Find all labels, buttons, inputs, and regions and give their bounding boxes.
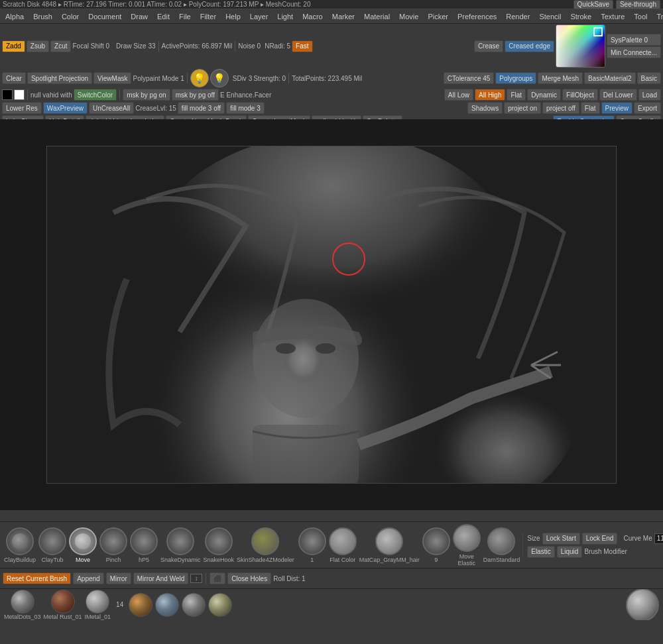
viewmask-button[interactable]: ViewMask [93, 72, 131, 84]
brush-icon-damstandard[interactable] [487, 527, 515, 555]
brush-item-claytub[interactable]: ClayTub [38, 527, 66, 563]
all-high-button[interactable]: All High [475, 89, 505, 101]
menu-macro[interactable]: Macro [298, 11, 327, 22]
uncrease-all-button[interactable]: UnCreaseAll [89, 102, 134, 114]
brush-icon-moveelastic[interactable] [453, 524, 481, 552]
shadows-button[interactable]: Shadows [467, 102, 503, 114]
brush-item-matcap[interactable]: MatCap_GrayMM_hair [359, 527, 420, 563]
menu-brush[interactable]: Brush [29, 11, 56, 22]
fill-mode-button[interactable]: fill mode 3 [226, 102, 265, 114]
lock-start-button[interactable]: Lock Start [542, 533, 580, 545]
brush-icon-hp5[interactable] [130, 527, 158, 555]
merge-mesh-button[interactable]: Merge Mesh [538, 72, 583, 84]
material-item-imetal[interactable]: IMetal_01 [85, 590, 111, 620]
menu-color[interactable]: Color [58, 11, 83, 22]
menu-alpha[interactable]: Alpha [1, 11, 28, 22]
mirror-button[interactable]: Mirror [106, 572, 131, 584]
brush-item-hp5[interactable]: hP5 [130, 527, 158, 563]
brush-icon-matcap[interactable] [375, 527, 403, 555]
fast-button[interactable]: Fast [292, 40, 312, 52]
menu-stencil[interactable]: Stencil [535, 11, 565, 22]
material-ball-imetal[interactable] [86, 590, 109, 614]
brush-icon-pinch[interactable] [99, 527, 127, 555]
menu-movie[interactable]: Movie [395, 11, 422, 22]
project-off-button[interactable]: project off [542, 102, 579, 114]
basic-button[interactable]: Basic [637, 72, 661, 84]
brush-item-skinshade[interactable]: SkinShade4ZModeler [237, 527, 294, 563]
large-material-sphere[interactable] [626, 588, 659, 620]
lock-end-button[interactable]: Lock End [582, 533, 618, 545]
brush-item-snakedynamic[interactable]: SnakeDynamic [160, 527, 201, 563]
light-icon-2[interactable]: 💡 [210, 69, 229, 87]
material-item-7[interactable] [208, 593, 232, 617]
liquid-button[interactable]: Liquid [557, 546, 583, 558]
switch-color-button[interactable]: SwitchColor [74, 89, 117, 101]
brush-item-snakehook[interactable]: SnakeHook [204, 527, 235, 563]
material-item-metaldots[interactable]: MetalDots_03 [4, 590, 41, 620]
color-swatch-active[interactable] [593, 27, 603, 36]
seethrough-button[interactable]: See-through [616, 0, 660, 9]
creased-edge-button[interactable]: Creased edge [505, 40, 554, 52]
zcut-button[interactable]: Zcut [50, 40, 71, 52]
material-ball-4[interactable] [129, 593, 152, 617]
menu-help[interactable]: Help [221, 11, 245, 22]
reset-current-brush-button[interactable]: Reset Current Brush [3, 572, 71, 584]
menu-material[interactable]: Material [360, 11, 394, 22]
menu-filter[interactable]: Filter [196, 11, 220, 22]
material-ball-5[interactable] [155, 593, 179, 617]
menu-draw[interactable]: Draw [127, 11, 152, 22]
dynamic-button[interactable]: Dynamic [527, 89, 561, 101]
material-ball-6[interactable] [182, 593, 206, 617]
menu-texture[interactable]: Texture [597, 11, 629, 22]
material-ball-7[interactable] [208, 593, 232, 617]
menu-preferences[interactable]: Preferences [453, 11, 501, 22]
brush-icon-snakedynamic[interactable] [166, 527, 194, 555]
mirror-weld-button[interactable]: Mirror And Weld [133, 572, 189, 584]
msk-off-button[interactable]: msk by pg off [172, 89, 219, 101]
flat-button[interactable]: Flat [507, 89, 526, 101]
msk-on-button[interactable]: msk by pg on [123, 89, 170, 101]
brush-item-flatcolor[interactable]: Flat Color [329, 527, 357, 563]
brush-item-1[interactable]: 1 [298, 527, 326, 563]
brush-icon-claytub[interactable] [38, 527, 66, 555]
material-item-4[interactable] [129, 593, 152, 617]
brush-icon-9[interactable] [422, 527, 450, 555]
menu-file[interactable]: File [175, 11, 195, 22]
menu-transform[interactable]: Transform [652, 11, 663, 22]
brush-item-move[interactable]: Move [69, 527, 97, 563]
append-button[interactable]: Append [73, 572, 103, 584]
crease-button[interactable]: Crease [474, 40, 503, 52]
min-connector-button[interactable]: Min Connecte... [607, 46, 661, 58]
menu-document[interactable]: Document [84, 11, 125, 22]
brush-icon-flatcolor[interactable] [329, 527, 357, 555]
preview-button[interactable]: Preview [601, 102, 633, 114]
flat2-button[interactable]: Flat [581, 102, 600, 114]
menu-picker[interactable]: Picker [424, 11, 452, 22]
menu-layer[interactable]: Layer [246, 11, 272, 22]
brush-item-moveelastic[interactable]: Move Elastic [453, 524, 481, 566]
brush-icon-1[interactable] [298, 527, 326, 555]
material-item-6[interactable] [182, 593, 206, 617]
basic-material-button[interactable]: BasicMaterial2 [584, 72, 636, 84]
brush-icon-move[interactable] [69, 527, 97, 555]
elastic-button[interactable]: Elastic [527, 546, 554, 558]
brush-item-damstandard[interactable]: DamStandard [483, 527, 520, 563]
brush-item-claybuildup[interactable]: ClayBuildup [4, 527, 36, 563]
active-material-sphere[interactable] [626, 588, 659, 620]
fill-mode-off-button[interactable]: fill mode 3 off [178, 102, 225, 114]
zsub-button[interactable]: Zsub [27, 40, 49, 52]
material-ball-metalrust[interactable] [51, 590, 75, 614]
ctolerance-button[interactable]: CTolerance 45 [444, 72, 494, 84]
export-button[interactable]: Export [634, 102, 661, 114]
brush-icon-snakehook[interactable] [205, 527, 233, 555]
gizmos-icons-button[interactable]: ⬛ [210, 572, 225, 584]
menu-tool[interactable]: Tool [630, 11, 651, 22]
lower-res-button[interactable]: Lower Res [2, 102, 42, 114]
menu-edit[interactable]: Edit [153, 11, 174, 22]
material-item-5[interactable] [155, 593, 179, 617]
menu-stroke[interactable]: Stroke [566, 11, 595, 22]
brush-item-9[interactable]: 9 [422, 527, 450, 563]
brush-icon-skinshade[interactable] [251, 527, 279, 555]
del-lower-button[interactable]: Del Lower [599, 89, 637, 101]
viewport[interactable] [46, 146, 617, 484]
